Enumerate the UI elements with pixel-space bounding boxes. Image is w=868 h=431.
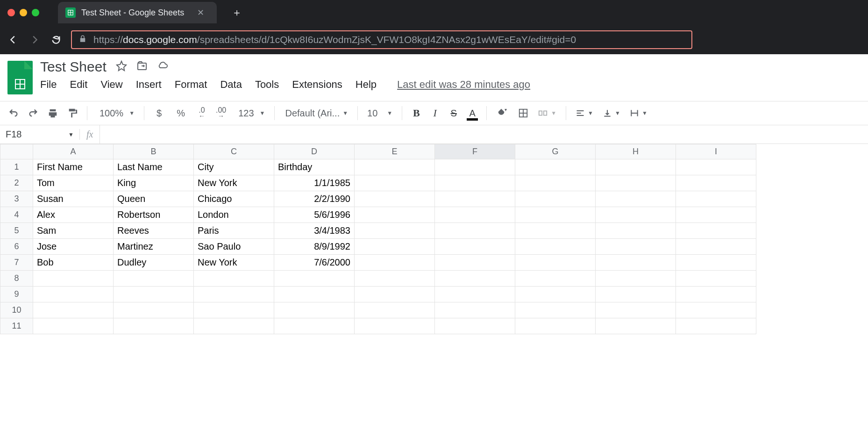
column-header-C[interactable]: C — [194, 144, 274, 159]
zoom-select[interactable]: 100%▼ — [93, 105, 138, 122]
cell-I8[interactable] — [676, 271, 756, 287]
font-size-select[interactable]: 10▼ — [363, 105, 396, 122]
cell-H10[interactable] — [596, 302, 676, 318]
text-wrap-button[interactable]: ▼ — [626, 105, 651, 122]
row-header-5[interactable]: 5 — [0, 223, 33, 239]
cell-H6[interactable] — [596, 239, 676, 255]
cell-F11[interactable] — [435, 318, 515, 334]
cell-D10[interactable] — [274, 302, 355, 318]
cell-A3[interactable]: Susan — [33, 191, 114, 207]
cell-G10[interactable] — [515, 302, 596, 318]
cell-H7[interactable] — [596, 255, 676, 271]
cell-B2[interactable]: King — [114, 175, 194, 191]
cell-C6[interactable]: Sao Paulo — [194, 239, 274, 255]
cell-D4[interactable]: 5/6/1996 — [274, 207, 355, 223]
cell-F6[interactable] — [435, 239, 515, 255]
forward-button[interactable] — [29, 34, 40, 45]
increase-decimal-button[interactable]: .00→ — [212, 105, 230, 122]
cell-E5[interactable] — [355, 223, 435, 239]
cell-I10[interactable] — [676, 302, 756, 318]
cell-H9[interactable] — [596, 287, 676, 302]
cell-A1[interactable]: First Name — [33, 159, 114, 175]
sheets-app-icon[interactable] — [7, 61, 33, 94]
menu-edit[interactable]: Edit — [70, 79, 87, 91]
move-icon[interactable] — [136, 60, 148, 73]
cell-F2[interactable] — [435, 175, 515, 191]
cell-G1[interactable] — [515, 159, 596, 175]
cell-C2[interactable]: New York — [194, 175, 274, 191]
cell-C1[interactable]: City — [194, 159, 274, 175]
text-color-button[interactable]: A — [464, 105, 481, 122]
percent-button[interactable]: % — [170, 105, 192, 122]
close-tab-icon[interactable]: ✕ — [197, 7, 204, 18]
cell-E8[interactable] — [355, 271, 435, 287]
cell-I9[interactable] — [676, 287, 756, 302]
cell-F5[interactable] — [435, 223, 515, 239]
cloud-status-icon[interactable] — [157, 60, 168, 73]
cell-F3[interactable] — [435, 191, 515, 207]
star-icon[interactable] — [116, 60, 127, 73]
column-header-B[interactable]: B — [114, 144, 194, 159]
cell-H5[interactable] — [596, 223, 676, 239]
cell-B7[interactable]: Dudley — [114, 255, 194, 271]
menu-insert[interactable]: Insert — [136, 79, 162, 91]
cell-F10[interactable] — [435, 302, 515, 318]
cell-B6[interactable]: Martinez — [114, 239, 194, 255]
row-header-8[interactable]: 8 — [0, 271, 33, 287]
fill-color-button[interactable]: ▾ — [492, 105, 512, 122]
cell-E3[interactable] — [355, 191, 435, 207]
cell-E10[interactable] — [355, 302, 435, 318]
row-header-4[interactable]: 4 — [0, 207, 33, 223]
cell-B11[interactable] — [114, 318, 194, 334]
cell-D2[interactable]: 1/1/1985 — [274, 175, 355, 191]
last-edit-link[interactable]: Last edit was 28 minutes ago — [397, 79, 530, 91]
browser-tab[interactable]: Test Sheet - Google Sheets ✕ — [58, 2, 217, 23]
cell-H1[interactable] — [596, 159, 676, 175]
cell-F1[interactable] — [435, 159, 515, 175]
cell-B1[interactable]: Last Name — [114, 159, 194, 175]
doc-title[interactable]: Test Sheet — [40, 59, 107, 75]
cell-E1[interactable] — [355, 159, 435, 175]
cell-G4[interactable] — [515, 207, 596, 223]
menu-extensions[interactable]: Extensions — [292, 79, 342, 91]
cell-A7[interactable]: Bob — [33, 255, 114, 271]
cell-A2[interactable]: Tom — [33, 175, 114, 191]
cell-E11[interactable] — [355, 318, 435, 334]
column-header-I[interactable]: I — [676, 144, 756, 159]
cell-H3[interactable] — [596, 191, 676, 207]
reload-button[interactable] — [50, 34, 62, 45]
cell-E4[interactable] — [355, 207, 435, 223]
row-header-7[interactable]: 7 — [0, 255, 33, 271]
row-header-10[interactable]: 10 — [0, 302, 33, 318]
cell-C7[interactable]: New York — [194, 255, 274, 271]
cell-D7[interactable]: 7/6/2000 — [274, 255, 355, 271]
close-window-button[interactable] — [7, 9, 15, 16]
cell-C9[interactable] — [194, 287, 274, 302]
cell-A6[interactable]: Jose — [33, 239, 114, 255]
print-button[interactable] — [44, 105, 62, 122]
name-box[interactable]: F18▼ — [0, 129, 79, 140]
cell-E2[interactable] — [355, 175, 435, 191]
cell-I7[interactable] — [676, 255, 756, 271]
menu-view[interactable]: View — [100, 79, 122, 91]
cell-B8[interactable] — [114, 271, 194, 287]
cell-F9[interactable] — [435, 287, 515, 302]
vertical-align-button[interactable]: ▼ — [599, 105, 624, 122]
cell-B3[interactable]: Queen — [114, 191, 194, 207]
column-header-A[interactable]: A — [33, 144, 114, 159]
cell-G3[interactable] — [515, 191, 596, 207]
back-button[interactable] — [7, 34, 19, 45]
merge-cells-button[interactable]: ▼ — [534, 105, 560, 122]
cell-G7[interactable] — [515, 255, 596, 271]
cell-G5[interactable] — [515, 223, 596, 239]
cell-D5[interactable]: 3/4/1983 — [274, 223, 355, 239]
cell-I4[interactable] — [676, 207, 756, 223]
borders-button[interactable] — [514, 105, 532, 122]
cell-G2[interactable] — [515, 175, 596, 191]
cell-G11[interactable] — [515, 318, 596, 334]
cell-C8[interactable] — [194, 271, 274, 287]
cell-G8[interactable] — [515, 271, 596, 287]
cell-D6[interactable]: 8/9/1992 — [274, 239, 355, 255]
cell-D8[interactable] — [274, 271, 355, 287]
cell-A4[interactable]: Alex — [33, 207, 114, 223]
